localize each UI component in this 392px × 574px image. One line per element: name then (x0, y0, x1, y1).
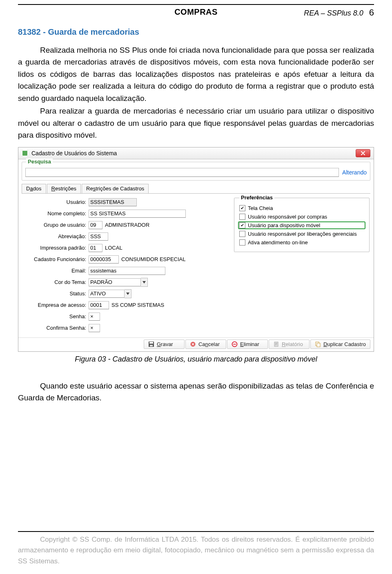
svg-rect-1 (149, 342, 153, 344)
save-icon (148, 341, 154, 347)
app-icon (22, 150, 28, 156)
window-title: Cadastro de Usuários do Sistema (31, 150, 356, 156)
close-icon[interactable] (356, 149, 370, 157)
label-tema: Cor do Tema: (20, 279, 89, 285)
search-legend: Pesquisa (26, 159, 53, 165)
prefs-legend: Preferências (239, 194, 274, 201)
page-header: REA – SSPlus 8.0 6 (304, 7, 374, 18)
input-status[interactable] (89, 290, 125, 298)
text-impressora: LOCAL (105, 245, 122, 251)
paragraph-1: Realizada melhoria no SS Plus onde foi c… (18, 44, 374, 104)
input-abrev[interactable] (89, 232, 108, 241)
report-icon (273, 341, 279, 347)
relatorio-button[interactable]: Relatório (269, 339, 310, 349)
paragraph-2: Para realizar a guarda de mercadorias é … (18, 105, 374, 141)
pref-tela-cheia[interactable]: Tela Cheia (238, 205, 365, 212)
chevron-down-icon[interactable] (125, 289, 131, 298)
combo-status[interactable] (89, 289, 131, 298)
cancelar-button[interactable]: Cancelar (185, 339, 226, 349)
search-group: Pesquisa Alterando (22, 162, 370, 181)
chevron-down-icon[interactable] (141, 278, 148, 287)
section-heading: 81382 - Guarda de mercadorias (18, 27, 374, 37)
checkbox-icon[interactable] (239, 239, 245, 246)
header-rule (18, 4, 374, 5)
pref-resp-liberacoes[interactable]: Usuário responsável por liberações geren… (238, 230, 365, 237)
figure-caption: Figura 03 - Cadastro de Usuários, usuári… (18, 355, 374, 364)
paragraph-3: Quando este usuário acessar o sistema ap… (18, 380, 374, 404)
page-number: 6 (369, 7, 374, 18)
altering-status: Alterando (342, 169, 367, 176)
checkbox-icon[interactable] (239, 205, 245, 211)
label-grupo: Grupo de usuário: (20, 222, 89, 228)
label-usuario: Usuário: (20, 199, 89, 205)
duplicate-icon (315, 341, 321, 347)
label-impressora: Impressora padrão: (20, 245, 89, 251)
text-grupo: ADMINISTRADOR (105, 222, 149, 228)
checkbox-icon[interactable] (239, 231, 245, 237)
footer-rule (18, 531, 374, 532)
svg-rect-2 (150, 345, 153, 346)
pref-resp-compras[interactable]: Usuário responsável por compras (238, 213, 365, 220)
checkbox-icon[interactable] (239, 214, 245, 220)
doc-id: REA – SSPlus 8.0 (304, 9, 363, 18)
label-nome: Nome completo: (20, 210, 89, 217)
tab-dados[interactable]: Dados (22, 184, 46, 193)
search-input[interactable] (25, 168, 339, 177)
text-cadfunc: CONSUMIDOR ESPECIAL (121, 256, 185, 262)
preferences-group: Preferências Tela Cheia Usuário responsá… (234, 198, 370, 252)
label-cad-func: Cadastro Funcionário: (20, 256, 89, 262)
input-conf-senha[interactable] (89, 324, 100, 332)
input-email[interactable] (89, 267, 165, 275)
page-footer: Copyright © SS Comp. de Informática LTDA… (18, 531, 374, 567)
tab-strip: Dados Restrições Restrições de Cadastros (22, 184, 370, 194)
delete-icon (232, 341, 238, 347)
text-empresa: SS COMP SISTEMAS (111, 302, 164, 308)
input-impressora-code[interactable] (89, 244, 102, 252)
combo-tema[interactable] (89, 278, 148, 287)
label-conf-senha: Confirma Senha: (20, 325, 89, 331)
titlebar: Cadastro de Usuários do Sistema (18, 147, 374, 159)
label-status: Status: (20, 290, 89, 297)
input-senha[interactable] (89, 313, 100, 321)
toolbar: Gravar Cancelar Eliminar Relatório Dupli… (18, 337, 374, 351)
label-email: Email: (20, 268, 89, 274)
input-empresa-code[interactable] (89, 301, 109, 309)
label-abrev: Abreviação: (20, 233, 89, 239)
input-nome[interactable] (89, 210, 186, 218)
input-grupo-code[interactable] (89, 221, 102, 229)
label-empresa: Empresa de acesso: (20, 302, 89, 308)
gravar-button[interactable]: Gravar (144, 339, 185, 349)
footer-text: Copyright © SS Comp. de Informática LTDA… (18, 534, 374, 567)
svg-rect-8 (317, 343, 320, 347)
svg-rect-5 (233, 344, 236, 344)
tab-restricoes[interactable]: Restrições (47, 184, 81, 193)
form-panel: Usuário: Nome completo: Grupo de usuário… (20, 198, 231, 335)
tab-restricoes-cadastros[interactable]: Restrições de Cadastros (82, 184, 149, 193)
label-senha: Senha: (20, 313, 89, 319)
input-usuario[interactable] (89, 198, 137, 206)
eliminar-button[interactable]: Eliminar (227, 339, 268, 349)
input-tema[interactable] (89, 278, 141, 286)
duplicar-button[interactable]: Duplicar Cadastro (310, 339, 370, 349)
app-window: Cadastro de Usuários do Sistema Pesquisa… (18, 147, 374, 352)
pref-atend-online[interactable]: Ativa atendimento on-line (238, 239, 365, 246)
input-cadfunc-code[interactable] (89, 255, 119, 264)
cancel-icon (190, 341, 196, 347)
checkbox-icon[interactable] (239, 222, 245, 228)
pref-dispositivo-movel[interactable]: Usuário para dispositivo móvel (238, 222, 365, 229)
